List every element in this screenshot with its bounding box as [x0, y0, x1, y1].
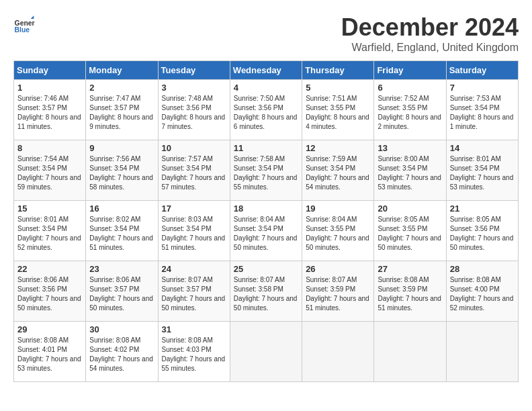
day-number: 2 [89, 83, 154, 93]
day-info: Sunrise: 7:51 AMSunset: 3:55 PMDaylight:… [306, 94, 370, 132]
day-number: 9 [89, 143, 154, 153]
calendar-cell: 23Sunrise: 8:06 AMSunset: 3:57 PMDayligh… [86, 261, 158, 322]
day-info: Sunrise: 8:00 AMSunset: 3:54 PMDaylight:… [378, 154, 442, 192]
day-info: Sunrise: 8:02 AMSunset: 3:54 PMDaylight:… [89, 215, 154, 253]
day-info: Sunrise: 8:08 AMSunset: 3:59 PMDaylight:… [378, 275, 442, 313]
calendar-cell [302, 322, 374, 382]
week-row-1: 1Sunrise: 7:46 AMSunset: 3:57 PMDaylight… [14, 80, 519, 140]
day-number: 12 [306, 143, 370, 153]
calendar-cell: 14Sunrise: 8:01 AMSunset: 3:54 PMDayligh… [446, 140, 518, 201]
day-number: 18 [234, 203, 298, 214]
calendar-cell: 1Sunrise: 7:46 AMSunset: 3:57 PMDaylight… [14, 80, 86, 140]
calendar-cell: 17Sunrise: 8:03 AMSunset: 3:54 PMDayligh… [158, 201, 230, 261]
day-info: Sunrise: 8:06 AMSunset: 3:56 PMDaylight:… [17, 275, 82, 313]
month-title: December 2024 [341, 13, 519, 42]
day-info: Sunrise: 7:52 AMSunset: 3:55 PMDaylight:… [378, 94, 442, 132]
day-number: 13 [378, 143, 442, 153]
day-number: 20 [378, 203, 442, 214]
day-number: 3 [162, 83, 226, 93]
day-number: 30 [89, 324, 154, 334]
day-info: Sunrise: 8:01 AMSunset: 3:54 PMDaylight:… [17, 215, 82, 253]
calendar-cell: 4Sunrise: 7:50 AMSunset: 3:56 PMDaylight… [230, 80, 302, 140]
calendar-cell: 24Sunrise: 8:07 AMSunset: 3:57 PMDayligh… [158, 261, 230, 322]
column-header-saturday: Saturday [446, 61, 518, 80]
calendar-cell: 18Sunrise: 8:04 AMSunset: 3:54 PMDayligh… [230, 201, 302, 261]
day-info: Sunrise: 7:48 AMSunset: 3:56 PMDaylight:… [162, 94, 226, 132]
day-number: 6 [378, 83, 442, 93]
day-number: 31 [162, 324, 226, 334]
calendar-cell: 19Sunrise: 8:04 AMSunset: 3:55 PMDayligh… [302, 201, 374, 261]
day-info: Sunrise: 8:07 AMSunset: 3:57 PMDaylight:… [162, 275, 226, 313]
calendar-cell [374, 322, 446, 382]
column-header-thursday: Thursday [302, 61, 374, 80]
day-number: 19 [306, 203, 370, 214]
column-header-friday: Friday [374, 61, 446, 80]
day-number: 17 [162, 203, 226, 214]
day-number: 15 [17, 203, 82, 214]
calendar-cell: 20Sunrise: 8:05 AMSunset: 3:55 PMDayligh… [374, 201, 446, 261]
day-info: Sunrise: 8:07 AMSunset: 3:59 PMDaylight:… [306, 275, 370, 313]
calendar-cell: 26Sunrise: 8:07 AMSunset: 3:59 PMDayligh… [302, 261, 374, 322]
calendar-cell [446, 322, 518, 382]
day-info: Sunrise: 8:08 AMSunset: 4:02 PMDaylight:… [89, 336, 154, 373]
day-number: 4 [234, 83, 298, 93]
day-number: 5 [306, 83, 370, 93]
day-number: 11 [234, 143, 298, 153]
day-info: Sunrise: 8:05 AMSunset: 3:55 PMDaylight:… [378, 215, 442, 253]
week-row-5: 29Sunrise: 8:08 AMSunset: 4:01 PMDayligh… [14, 322, 519, 382]
day-info: Sunrise: 8:08 AMSunset: 4:03 PMDaylight:… [162, 336, 226, 373]
calendar-cell: 28Sunrise: 8:08 AMSunset: 4:00 PMDayligh… [446, 261, 518, 322]
logo-icon: General Blue [13, 13, 35, 35]
day-info: Sunrise: 8:08 AMSunset: 4:00 PMDaylight:… [450, 275, 515, 313]
day-info: Sunrise: 8:06 AMSunset: 3:57 PMDaylight:… [89, 275, 154, 313]
calendar-cell: 2Sunrise: 7:47 AMSunset: 3:57 PMDaylight… [86, 80, 158, 140]
day-number: 16 [89, 203, 154, 214]
day-info: Sunrise: 7:58 AMSunset: 3:54 PMDaylight:… [234, 154, 298, 192]
calendar-cell: 29Sunrise: 8:08 AMSunset: 4:01 PMDayligh… [14, 322, 86, 382]
day-info: Sunrise: 8:08 AMSunset: 4:01 PMDaylight:… [17, 336, 82, 373]
calendar-header-row: SundayMondayTuesdayWednesdayThursdayFrid… [14, 61, 519, 80]
day-info: Sunrise: 7:54 AMSunset: 3:54 PMDaylight:… [17, 154, 82, 192]
day-info: Sunrise: 7:56 AMSunset: 3:54 PMDaylight:… [89, 154, 154, 192]
calendar-cell [230, 322, 302, 382]
day-number: 21 [450, 203, 515, 214]
day-info: Sunrise: 7:50 AMSunset: 3:56 PMDaylight:… [234, 94, 298, 132]
calendar-cell: 8Sunrise: 7:54 AMSunset: 3:54 PMDaylight… [14, 140, 86, 201]
calendar-cell: 5Sunrise: 7:51 AMSunset: 3:55 PMDaylight… [302, 80, 374, 140]
calendar-table: SundayMondayTuesdayWednesdayThursdayFrid… [13, 60, 519, 382]
day-info: Sunrise: 7:47 AMSunset: 3:57 PMDaylight:… [89, 94, 154, 132]
calendar-cell: 25Sunrise: 8:07 AMSunset: 3:58 PMDayligh… [230, 261, 302, 322]
day-info: Sunrise: 8:05 AMSunset: 3:56 PMDaylight:… [450, 215, 515, 253]
day-info: Sunrise: 7:46 AMSunset: 3:57 PMDaylight:… [17, 94, 82, 132]
calendar-cell: 15Sunrise: 8:01 AMSunset: 3:54 PMDayligh… [14, 201, 86, 261]
calendar-cell: 7Sunrise: 7:53 AMSunset: 3:54 PMDaylight… [446, 80, 518, 140]
day-number: 24 [162, 264, 226, 274]
calendar-cell: 3Sunrise: 7:48 AMSunset: 3:56 PMDaylight… [158, 80, 230, 140]
day-info: Sunrise: 8:04 AMSunset: 3:54 PMDaylight:… [234, 215, 298, 253]
day-number: 8 [17, 143, 82, 153]
calendar-cell: 9Sunrise: 7:56 AMSunset: 3:54 PMDaylight… [86, 140, 158, 201]
svg-text:General: General [15, 19, 35, 27]
day-number: 29 [17, 324, 82, 334]
day-number: 1 [17, 83, 82, 93]
title-area: December 2024 Warfield, England, United … [341, 13, 519, 54]
day-number: 23 [89, 264, 154, 274]
calendar-cell: 16Sunrise: 8:02 AMSunset: 3:54 PMDayligh… [86, 201, 158, 261]
calendar-cell: 13Sunrise: 8:00 AMSunset: 3:54 PMDayligh… [374, 140, 446, 201]
column-header-sunday: Sunday [14, 61, 86, 80]
day-number: 10 [162, 143, 226, 153]
page-header: General Blue December 2024 Warfield, Eng… [13, 13, 519, 54]
day-info: Sunrise: 7:57 AMSunset: 3:54 PMDaylight:… [162, 154, 226, 192]
logo: General Blue [13, 13, 35, 35]
calendar-cell: 22Sunrise: 8:06 AMSunset: 3:56 PMDayligh… [14, 261, 86, 322]
day-info: Sunrise: 8:01 AMSunset: 3:54 PMDaylight:… [450, 154, 515, 192]
column-header-tuesday: Tuesday [158, 61, 230, 80]
day-number: 22 [17, 264, 82, 274]
day-info: Sunrise: 8:04 AMSunset: 3:55 PMDaylight:… [306, 215, 370, 253]
day-number: 7 [450, 83, 515, 93]
location: Warfield, England, United Kingdom [341, 42, 519, 54]
day-info: Sunrise: 8:07 AMSunset: 3:58 PMDaylight:… [234, 275, 298, 313]
svg-marker-2 [31, 15, 34, 19]
day-number: 26 [306, 264, 370, 274]
day-number: 14 [450, 143, 515, 153]
